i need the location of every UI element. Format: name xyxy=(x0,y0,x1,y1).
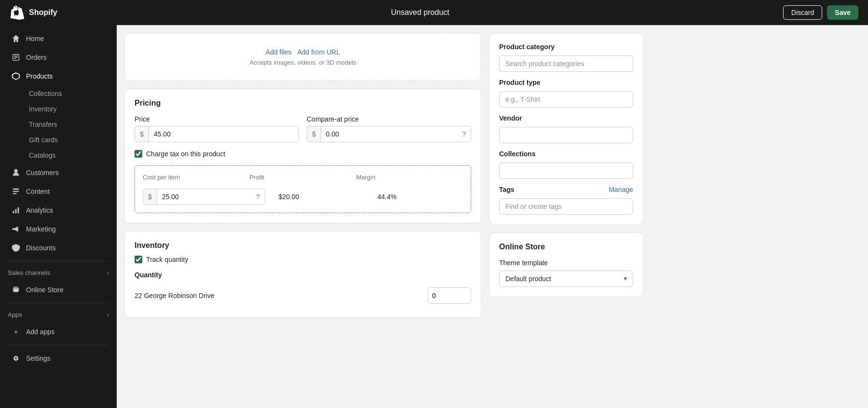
marketing-icon xyxy=(12,225,20,233)
theme-template-select-wrapper: Default product Custom template ▼ xyxy=(499,271,633,287)
logo: Shopify xyxy=(10,5,57,20)
products-submenu: Collections Inventory Transfers Gift car… xyxy=(4,86,113,163)
center-column: Add files Add from URL Accepts images, v… xyxy=(124,33,481,400)
discard-button[interactable]: Discard xyxy=(783,5,822,20)
pricing-card: Pricing Price $ Compare-at price $ xyxy=(124,89,481,223)
sidebar-sub-collections[interactable]: Collections xyxy=(23,86,113,101)
apps-header[interactable]: Apps › xyxy=(0,307,117,322)
media-hint: Accepts images, videos, or 3D models xyxy=(249,59,356,66)
margin-value-col: 44.4% xyxy=(372,189,463,205)
help-icon: ? xyxy=(457,126,471,142)
media-links: Add files Add from URL xyxy=(266,48,340,56)
manage-tags-link[interactable]: Manage xyxy=(609,186,633,193)
sidebar-sub-catalogs[interactable]: Catalogs xyxy=(23,148,113,163)
right-column: Product category Product type Vendor Col… xyxy=(489,33,643,400)
top-nav-actions: Discard Save xyxy=(783,5,858,20)
gift-cards-label: Gift cards xyxy=(29,136,58,144)
cost-box: Cost per item Profit Margin $ xyxy=(135,165,471,213)
track-quantity-checkbox[interactable] xyxy=(135,256,142,263)
cost-input-field: $ ? xyxy=(143,189,265,205)
theme-template-select[interactable]: Default product Custom template xyxy=(499,271,633,287)
sidebar-item-content[interactable]: Content xyxy=(4,182,113,201)
sidebar-item-online-store[interactable]: Online Store xyxy=(4,281,113,299)
quantity-row: 22 George Robinson Drive xyxy=(135,284,471,308)
cost-per-item-input[interactable] xyxy=(157,189,251,204)
sidebar-item-customers-label: Customers xyxy=(26,169,59,177)
add-from-url-link[interactable]: Add from URL xyxy=(298,48,340,56)
sidebar-item-orders[interactable]: Orders xyxy=(4,48,113,67)
sidebar-sub-inventory[interactable]: Inventory xyxy=(23,101,113,117)
inventory-label: Inventory xyxy=(29,105,57,113)
quantity-title: Quantity xyxy=(135,271,471,279)
sidebar-divider-1 xyxy=(8,261,109,261)
layout: Home Orders Products Collections Invento… xyxy=(0,25,868,408)
sidebar-item-content-label: Content xyxy=(26,188,50,195)
main-content: Add files Add from URL Accepts images, v… xyxy=(117,25,868,408)
compare-price-field: Compare-at price $ ? xyxy=(307,115,471,142)
content-icon xyxy=(12,187,20,196)
discounts-icon xyxy=(12,244,20,252)
vendor-input[interactable] xyxy=(499,127,633,143)
settings-label: Settings xyxy=(26,354,51,362)
customers-icon xyxy=(12,168,20,177)
sidebar-item-add-apps[interactable]: + Add apps xyxy=(4,323,113,341)
shopify-logo-icon xyxy=(10,5,24,20)
online-store-icon xyxy=(12,286,20,294)
cost-help-icon: ? xyxy=(251,189,265,204)
profit-label: Profit xyxy=(249,174,356,181)
compare-price-label: Compare-at price xyxy=(307,115,471,123)
product-type-input[interactable] xyxy=(499,91,633,108)
profit-value: $20.00 xyxy=(279,189,299,204)
svg-rect-9 xyxy=(18,207,19,214)
analytics-icon xyxy=(12,206,20,215)
logo-text: Shopify xyxy=(29,8,57,17)
profit-col: Profit xyxy=(249,174,356,183)
cost-currency-symbol: $ xyxy=(143,189,157,204)
online-store-title: Online Store xyxy=(499,243,633,251)
price-input[interactable] xyxy=(149,126,298,142)
price-input-wrapper: $ xyxy=(135,126,299,142)
collections-title: Collections xyxy=(499,150,633,158)
quantity-input[interactable] xyxy=(428,287,471,304)
sidebar-sub-gift-cards[interactable]: Gift cards xyxy=(23,132,113,148)
price-currency-symbol: $ xyxy=(135,126,149,142)
inventory-title: Inventory xyxy=(135,241,471,250)
compare-price-input[interactable] xyxy=(321,126,457,142)
charge-tax-label: Charge tax on this product xyxy=(146,150,225,158)
sidebar-item-orders-label: Orders xyxy=(26,54,47,61)
margin-value: 44.4% xyxy=(378,189,397,204)
home-icon xyxy=(12,34,20,43)
tags-header: Tags Manage xyxy=(499,186,633,193)
compare-currency-symbol: $ xyxy=(307,126,321,142)
sidebar-item-customers[interactable]: Customers xyxy=(4,163,113,182)
sales-channels-header[interactable]: Sales channels › xyxy=(0,265,117,280)
compare-price-input-wrapper: $ ? xyxy=(307,126,471,142)
tags-input[interactable] xyxy=(499,198,633,215)
sidebar-sub-transfers[interactable]: Transfers xyxy=(23,117,113,132)
tags-title: Tags xyxy=(499,186,515,193)
sidebar-item-analytics[interactable]: Analytics xyxy=(4,201,113,219)
sidebar-item-discounts-label: Discounts xyxy=(26,244,55,252)
sidebar-item-products-label: Products xyxy=(26,72,53,80)
sidebar-item-settings[interactable]: Settings xyxy=(4,349,113,367)
add-files-link[interactable]: Add files xyxy=(266,48,292,56)
cost-input-wrapper: $ ? xyxy=(143,189,265,205)
collections-input[interactable] xyxy=(499,163,633,179)
sidebar-item-discounts[interactable]: Discounts xyxy=(4,239,113,257)
sidebar-item-home[interactable]: Home xyxy=(4,29,113,48)
online-store-card: Online Store Theme template Default prod… xyxy=(489,232,643,297)
charge-tax-checkbox[interactable] xyxy=(135,150,142,158)
sidebar-item-marketing[interactable]: Marketing xyxy=(4,220,113,238)
product-category-title: Product category xyxy=(499,43,633,51)
cost-values-row: $ ? $20.00 44.4% xyxy=(143,189,463,205)
product-category-input[interactable] xyxy=(499,55,633,72)
save-button[interactable]: Save xyxy=(827,5,858,20)
inventory-card: Inventory Track quantity Quantity 22 Geo… xyxy=(124,231,481,318)
product-org-card: Product category Product type Vendor Col… xyxy=(489,33,643,225)
price-label: Price xyxy=(135,115,299,123)
profit-value-col: $20.00 xyxy=(273,189,364,205)
chevron-right-icon-2: › xyxy=(107,312,109,318)
catalogs-label: Catalogs xyxy=(29,151,55,159)
margin-col: Margin xyxy=(356,174,463,183)
sidebar-item-products[interactable]: Products xyxy=(4,67,113,85)
